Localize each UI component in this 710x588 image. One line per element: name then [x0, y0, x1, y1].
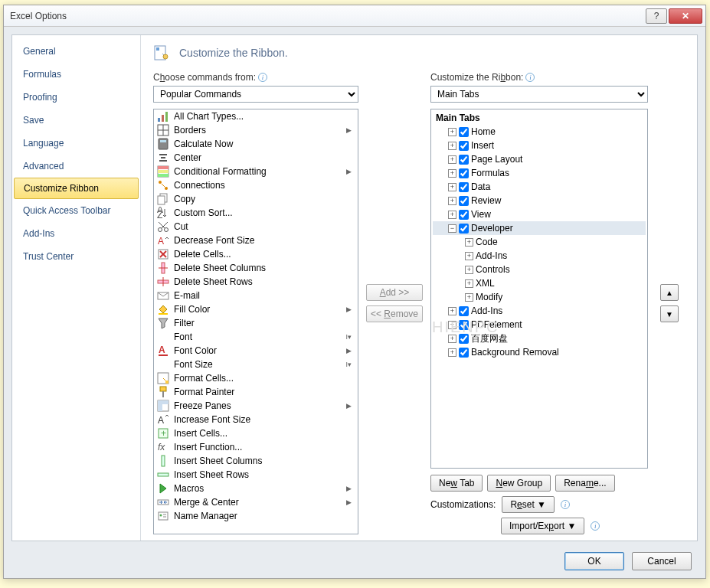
command-item[interactable]: E-mail [154, 289, 358, 302]
sidebar-item-add-ins[interactable]: Add-Ins [12, 222, 140, 245]
command-item[interactable]: Freeze Panes▶ [154, 399, 358, 413]
ribbon-tabs-combo[interactable]: Main Tabs [430, 86, 648, 103]
sidebar-item-formulas[interactable]: Formulas [12, 63, 140, 86]
remove-button[interactable]: << Remove [366, 305, 423, 322]
new-group-button[interactable]: New Group [487, 475, 551, 492]
expand-icon[interactable]: + [448, 307, 456, 315]
ribbon-tree[interactable]: Main Tabs+Home+Insert+Page Layout+Formul… [430, 109, 648, 469]
command-item[interactable]: AFont Color▶ [154, 344, 358, 358]
command-item[interactable]: AZCustom Sort... [154, 206, 358, 220]
sidebar-item-language[interactable]: Language [12, 132, 140, 155]
tree-tab[interactable]: +Data [433, 180, 646, 194]
choose-commands-combo[interactable]: Popular Commands [153, 86, 358, 103]
expand-icon[interactable]: + [448, 348, 456, 357]
expand-icon[interactable]: + [448, 183, 456, 191]
tree-group[interactable]: +Add-Ins [433, 249, 646, 263]
tab-checkbox[interactable] [459, 141, 469, 151]
command-item[interactable]: Macros▶ [154, 482, 358, 495]
sidebar-item-proofing[interactable]: Proofing [12, 86, 140, 109]
command-item[interactable]: Conditional Formatting▶ [154, 165, 358, 178]
tab-checkbox[interactable] [459, 168, 469, 178]
command-item[interactable]: Filter [154, 316, 358, 330]
expand-icon[interactable]: + [448, 321, 456, 329]
command-item[interactable]: Delete Sheet Rows [154, 275, 358, 289]
sidebar-item-quick-access-toolbar[interactable]: Quick Access Toolbar [12, 199, 140, 222]
command-item[interactable]: Delete Sheet Columns [154, 261, 358, 275]
tab-checkbox[interactable] [459, 306, 469, 316]
expand-icon[interactable]: + [465, 266, 473, 274]
command-item[interactable]: Insert Sheet Columns [154, 454, 358, 468]
sidebar-item-advanced[interactable]: Advanced [12, 155, 140, 178]
sidebar-item-save[interactable]: Save [12, 109, 140, 132]
tree-tab[interactable]: +Home [433, 125, 646, 139]
expand-icon[interactable]: + [448, 335, 456, 343]
info-icon[interactable]: i [525, 73, 535, 82]
tree-group[interactable]: +Controls [433, 263, 646, 276]
command-item[interactable]: Format Cells... [154, 371, 358, 385]
sidebar-item-customize-ribbon[interactable]: Customize Ribbon [14, 178, 139, 199]
tree-tab[interactable]: +Insert [433, 139, 646, 152]
tree-tab[interactable]: +Background Removal [433, 345, 646, 359]
move-down-button[interactable]: ▼ [660, 305, 679, 322]
command-item[interactable]: Center [154, 151, 358, 165]
reset-button[interactable]: Reset ▼ [502, 496, 555, 513]
expand-icon[interactable]: + [448, 128, 456, 136]
sidebar-item-general[interactable]: General [12, 40, 140, 63]
info-icon[interactable]: i [591, 521, 600, 531]
expand-icon[interactable]: + [448, 142, 456, 150]
commands-listbox[interactable]: All Chart Types...Borders▶Calculate NowC… [153, 109, 358, 534]
expand-icon[interactable]: + [465, 252, 473, 260]
info-icon[interactable]: i [561, 500, 570, 509]
expand-icon[interactable]: + [465, 238, 473, 247]
command-item[interactable]: Cut [154, 220, 358, 234]
command-item[interactable]: Copy [154, 192, 358, 206]
tree-tab[interactable]: +Add-Ins [433, 304, 646, 318]
ok-button[interactable]: OK [564, 552, 624, 570]
tree-tab[interactable]: +Review [433, 194, 646, 207]
command-item[interactable]: Format Painter [154, 385, 358, 399]
tab-checkbox[interactable] [459, 224, 469, 234]
import-export-button[interactable]: Import/Export ▼ [501, 518, 584, 534]
command-item[interactable]: +Insert Cells... [154, 426, 358, 440]
info-icon[interactable]: i [258, 73, 267, 82]
sidebar-item-trust-center[interactable]: Trust Center [12, 245, 140, 268]
tree-group[interactable]: +Code [433, 235, 646, 249]
rename-button[interactable]: Rename... [555, 475, 614, 492]
tree-tab[interactable]: +View [433, 207, 646, 221]
close-button[interactable]: ✕ [669, 8, 702, 24]
command-item[interactable]: ADecrease Font Size [154, 234, 358, 247]
collapse-icon[interactable]: − [448, 224, 456, 233]
command-item[interactable]: Font SizeI▾ [154, 358, 358, 371]
tab-checkbox[interactable] [459, 182, 469, 192]
command-item[interactable]: Connections [154, 178, 358, 192]
help-button[interactable]: ? [646, 8, 667, 24]
expand-icon[interactable]: + [448, 169, 456, 178]
expand-icon[interactable]: + [448, 197, 456, 205]
tree-tab[interactable]: −Developer [433, 221, 646, 235]
add-button[interactable]: Add >> [366, 284, 423, 301]
tree-group[interactable]: +Modify [433, 290, 646, 304]
command-item[interactable]: FontI▾ [154, 330, 358, 344]
command-item[interactable]: Merge & Center▶ [154, 495, 358, 509]
expand-icon[interactable]: + [448, 155, 456, 164]
tab-checkbox[interactable] [459, 320, 469, 330]
command-item[interactable]: Borders▶ [154, 123, 358, 137]
command-item[interactable]: Name Manager [154, 509, 358, 523]
move-up-button[interactable]: ▲ [660, 284, 679, 301]
tree-tab[interactable]: +PDFelement [433, 318, 646, 332]
tab-checkbox[interactable] [459, 155, 469, 165]
expand-icon[interactable]: + [465, 293, 473, 302]
command-item[interactable]: AIncrease Font Size [154, 413, 358, 426]
command-item[interactable]: Delete Cells... [154, 247, 358, 261]
tree-group[interactable]: +XML [433, 276, 646, 290]
expand-icon[interactable]: + [448, 211, 456, 219]
tab-checkbox[interactable] [459, 210, 469, 220]
expand-icon[interactable]: + [465, 279, 473, 288]
tab-checkbox[interactable] [459, 127, 469, 137]
tab-checkbox[interactable] [459, 334, 469, 344]
tree-tab[interactable]: +百度网盘 [433, 332, 646, 345]
tree-tab[interactable]: +Page Layout [433, 152, 646, 166]
command-item[interactable]: Insert Sheet Rows [154, 468, 358, 482]
tree-tab[interactable]: +Formulas [433, 166, 646, 180]
command-item[interactable]: Calculate Now [154, 137, 358, 151]
